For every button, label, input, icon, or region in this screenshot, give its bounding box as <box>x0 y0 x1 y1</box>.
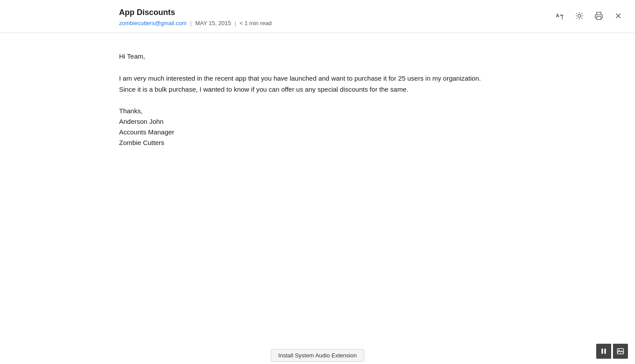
email-read-time: < 1 min read <box>239 20 272 26</box>
sender-company: Zombie Cutters <box>119 137 489 148</box>
svg-line-12 <box>582 13 583 14</box>
svg-line-7 <box>577 13 578 14</box>
svg-text:A: A <box>556 13 559 18</box>
email-sender[interactable]: zombiecutters@gmail.com <box>119 20 187 26</box>
svg-line-8 <box>582 18 583 19</box>
print-icon <box>594 11 603 20</box>
pause-icon <box>600 348 607 355</box>
sender-title: Accounts Manager <box>119 127 489 137</box>
email-subject: App Discounts <box>119 8 272 17</box>
email-header-left: App Discounts zombiecutters@gmail.com | … <box>119 8 272 26</box>
email-content: Hi Team, I am very much interested in th… <box>119 51 489 148</box>
bottom-bar: Install System Audio Extension <box>0 346 635 364</box>
install-extension-button[interactable]: Install System Audio Extension <box>271 349 364 362</box>
svg-text:A: A <box>560 14 562 17</box>
email-date: MAY 15, 2015 <box>195 20 231 26</box>
image-icon <box>617 348 624 355</box>
svg-rect-16 <box>601 349 603 354</box>
close-button[interactable] <box>612 10 624 22</box>
meta-separator: | <box>190 20 191 26</box>
svg-rect-13 <box>597 17 601 20</box>
print-button[interactable] <box>593 10 605 22</box>
email-reader: App Discounts zombiecutters@gmail.com | … <box>0 0 635 364</box>
svg-point-4 <box>578 15 581 18</box>
sign-off: Thanks, <box>119 106 489 116</box>
font-size-button[interactable]: A A <box>554 10 566 22</box>
image-button[interactable] <box>613 344 628 359</box>
email-toolbar: A A <box>554 8 624 22</box>
close-icon <box>614 11 623 20</box>
pause-button[interactable] <box>596 344 611 359</box>
email-header: App Discounts zombiecutters@gmail.com | … <box>0 0 635 33</box>
meta-separator-2: | <box>235 20 236 26</box>
brightness-icon <box>575 11 584 20</box>
brightness-button[interactable] <box>573 10 586 22</box>
email-meta: zombiecutters@gmail.com | MAY 15, 2015 |… <box>119 20 272 26</box>
sender-name: Anderson John <box>119 116 489 127</box>
email-body: Hi Team, I am very much interested in th… <box>0 33 635 364</box>
svg-rect-17 <box>605 349 606 354</box>
font-size-icon: A A <box>556 11 564 20</box>
email-signature: Thanks, Anderson John Accounts Manager Z… <box>119 106 489 148</box>
svg-line-11 <box>577 18 578 19</box>
email-greeting: Hi Team, <box>119 51 489 62</box>
email-body-paragraph: I am very much interested in the recent … <box>119 73 489 95</box>
bottom-right-controls <box>596 344 628 359</box>
